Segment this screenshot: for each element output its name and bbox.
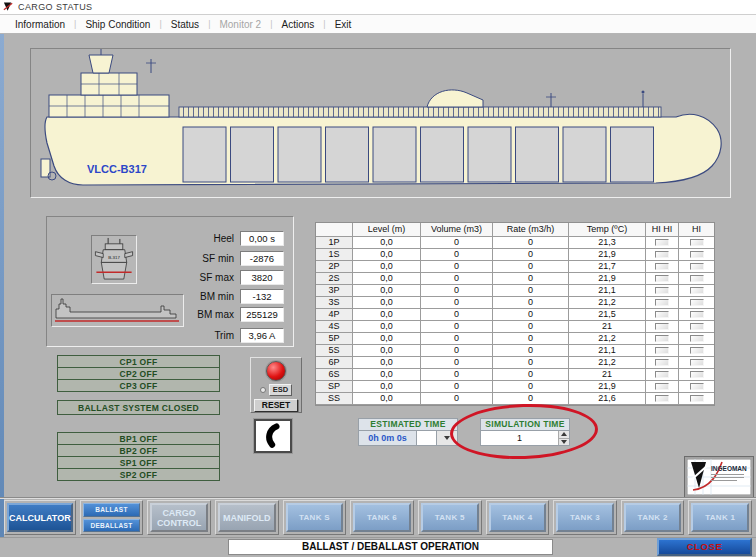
nav-button-tank-5[interactable]: TANK 5 bbox=[421, 503, 479, 532]
tank-hihi-cell bbox=[646, 237, 679, 249]
estimated-time-dropdown[interactable] bbox=[437, 431, 458, 446]
ship-front-view-box: B-317 bbox=[91, 235, 137, 284]
tank-level: 0,0 bbox=[353, 285, 421, 297]
menu-item-actions[interactable]: Actions bbox=[273, 19, 324, 30]
tank-hihi-cell bbox=[646, 261, 679, 273]
nav-cell: TANK 5 bbox=[418, 500, 482, 535]
nav-button-tank-1[interactable]: TANK 1 bbox=[691, 503, 749, 532]
hihi-alarm-indicator bbox=[655, 371, 669, 378]
hihi-alarm-indicator bbox=[655, 395, 669, 402]
tank-volume: 0 bbox=[421, 273, 493, 285]
tank-hihi-cell bbox=[646, 345, 679, 357]
tank-hi-cell bbox=[679, 333, 714, 345]
tank-rate: 0 bbox=[493, 357, 569, 369]
nav-button-ballast-deballast[interactable]: BALLASTDEBALLAST bbox=[83, 503, 141, 532]
bm-min-label: BM min bbox=[200, 291, 234, 302]
esd-button[interactable]: ESD bbox=[269, 384, 292, 396]
nav-button-tank-4[interactable]: TANK 4 bbox=[489, 503, 547, 532]
close-button[interactable]: CLOSE bbox=[657, 538, 752, 556]
ship-mini-profile bbox=[53, 296, 182, 325]
nav-cell: TANK 3 bbox=[553, 500, 617, 535]
table-row: 1S0,00021,9 bbox=[316, 249, 714, 261]
tank-hihi-cell bbox=[646, 333, 679, 345]
nav-cell: MANIFOLD bbox=[215, 500, 279, 535]
tank-id: SP bbox=[316, 381, 353, 393]
tank-table-header: HI HI bbox=[646, 223, 679, 237]
menu-item-status[interactable]: Status bbox=[162, 19, 208, 30]
ship-side-view: VLCC-B317 bbox=[31, 49, 728, 195]
tank-volume: 0 bbox=[421, 381, 493, 393]
simulation-time-block: SIMULATION TIME 1 bbox=[480, 418, 570, 446]
simulation-time-label: SIMULATION TIME bbox=[480, 418, 570, 431]
bm-min-value: -132 bbox=[240, 289, 284, 304]
tank-rate: 0 bbox=[493, 309, 569, 321]
phone-button[interactable] bbox=[254, 419, 292, 453]
stability-row: Trim 3,96 A bbox=[214, 328, 284, 343]
hihi-alarm-indicator bbox=[655, 335, 669, 342]
cargo-pump-status: CP3 OFF bbox=[57, 379, 220, 392]
nav-button-deballast[interactable]: DEBALLAST bbox=[83, 519, 141, 533]
nav-button-tank-s[interactable]: TANK S bbox=[286, 503, 344, 532]
tank-id: 1S bbox=[316, 249, 353, 261]
simulation-time-spinner: 1 bbox=[480, 431, 570, 446]
hihi-alarm-indicator bbox=[655, 251, 669, 258]
table-row: 1P0,00021,3 bbox=[316, 237, 714, 249]
tank-table-header: Level (m) bbox=[353, 223, 421, 237]
operation-status-text: BALLAST / DEBALLAST OPERATION bbox=[228, 539, 553, 555]
table-row: SS0,00021,6 bbox=[316, 393, 714, 405]
tank-temp: 21 bbox=[569, 369, 646, 381]
sf-max-label: SF max bbox=[200, 272, 234, 283]
esd-emergency-stop-button[interactable] bbox=[266, 361, 286, 381]
tank-id: 3S bbox=[316, 297, 353, 309]
tank-hi-cell bbox=[679, 261, 714, 273]
stability-row: BM max 255129 bbox=[197, 307, 284, 322]
hi-alarm-indicator bbox=[690, 347, 704, 354]
table-row: 6P0,00021,2 bbox=[316, 357, 714, 369]
ballast-pump-status: SP2 OFF bbox=[57, 468, 220, 481]
menu-item-information[interactable]: Information bbox=[6, 19, 74, 30]
nav-bar: CALCULATORBALLASTDEBALLASTCARGO CONTROLM… bbox=[4, 500, 752, 535]
nav-button-cargo-control[interactable]: CARGO CONTROL bbox=[150, 503, 208, 532]
spinner-down-button[interactable] bbox=[559, 439, 569, 446]
table-row: SP0,00021,9 bbox=[316, 381, 714, 393]
tank-hihi-cell bbox=[646, 309, 679, 321]
tank-table-header: HI bbox=[679, 223, 714, 237]
tank-hihi-cell bbox=[646, 249, 679, 261]
sf-max-value: 3820 bbox=[240, 270, 284, 285]
menu-item-ship-condition[interactable]: Ship Condition bbox=[76, 19, 159, 30]
ship-front-view: B-317 bbox=[93, 237, 135, 282]
nav-button-tank-6[interactable]: TANK 6 bbox=[353, 503, 411, 532]
hi-alarm-indicator bbox=[690, 299, 704, 306]
window-title: CARGO STATUS bbox=[18, 2, 92, 12]
menu-item-monitor-2[interactable]: Monitor 2 bbox=[210, 19, 270, 30]
tank-rate: 0 bbox=[493, 393, 569, 405]
nav-button-calculator[interactable]: CALCULATOR bbox=[7, 503, 73, 532]
front-view-label: B-317 bbox=[108, 256, 120, 261]
hihi-alarm-indicator bbox=[655, 359, 669, 366]
nav-button-manifold[interactable]: MANIFOLD bbox=[218, 503, 276, 532]
menu-item-exit[interactable]: Exit bbox=[326, 19, 361, 30]
window-left-border bbox=[0, 34, 4, 557]
hihi-alarm-indicator bbox=[655, 311, 669, 318]
nav-button-tank-3[interactable]: TANK 3 bbox=[556, 503, 614, 532]
tank-id: 3P bbox=[316, 285, 353, 297]
hi-alarm-indicator bbox=[690, 263, 704, 270]
tank-temp: 21,1 bbox=[569, 345, 646, 357]
tank-hihi-cell bbox=[646, 357, 679, 369]
tank-id: 5P bbox=[316, 333, 353, 345]
tank-temp: 21,9 bbox=[569, 249, 646, 261]
reset-button[interactable]: RESET bbox=[254, 399, 298, 412]
simulation-time-input[interactable]: 1 bbox=[481, 431, 558, 445]
tank-table: Level (m)Volume (m3)Rate (m3/h)Temp (ºC)… bbox=[315, 222, 715, 406]
hi-alarm-indicator bbox=[690, 275, 704, 282]
hihi-alarm-indicator bbox=[655, 347, 669, 354]
ship-mini-profile-box bbox=[51, 294, 184, 327]
tank-id: 2P bbox=[316, 261, 353, 273]
nav-button-tank-2[interactable]: TANK 2 bbox=[624, 503, 682, 532]
tank-hi-cell bbox=[679, 381, 714, 393]
spinner-up-button[interactable] bbox=[559, 431, 569, 439]
tank-level: 0,0 bbox=[353, 273, 421, 285]
tank-temp: 21,2 bbox=[569, 333, 646, 345]
nav-button-ballast[interactable]: BALLAST bbox=[83, 503, 141, 517]
esd-row: ESD bbox=[251, 383, 301, 396]
